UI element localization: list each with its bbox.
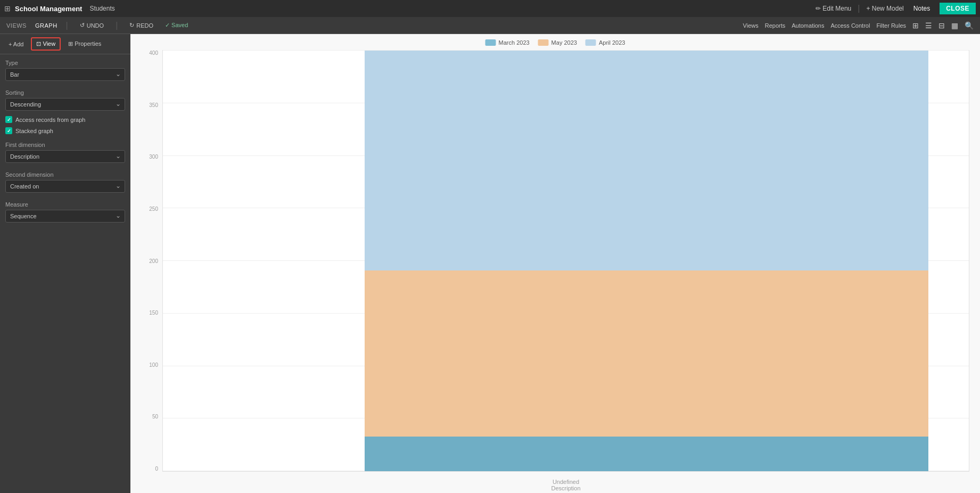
measure-section: Measure Sequence bbox=[0, 196, 130, 226]
first-dimension-select-wrap: Description bbox=[5, 150, 125, 163]
students-nav[interactable]: Students bbox=[86, 5, 118, 12]
stacked-graph-row[interactable]: Stacked graph bbox=[0, 125, 130, 136]
type-select-wrap: Bar bbox=[5, 68, 125, 81]
chart-legend: March 2023 May 2023 April 2023 bbox=[485, 39, 625, 46]
bar-segment-march bbox=[365, 437, 929, 471]
saved-indicator: ✓ Saved bbox=[165, 22, 188, 29]
x-label-description: Description bbox=[163, 485, 969, 491]
sidebar-toolbar: + Add ⊡ View ⊞ Properties bbox=[0, 34, 130, 54]
y-label-300: 300 bbox=[149, 154, 158, 160]
y-label-150: 150 bbox=[149, 310, 158, 316]
type-section: Type Bar bbox=[0, 54, 130, 84]
list-view-icon[interactable]: ☰ bbox=[925, 21, 932, 30]
access-records-label: Access records from graph bbox=[15, 117, 85, 123]
filter-rules-btn[interactable]: Filter Rules bbox=[876, 22, 906, 29]
automations-btn[interactable]: Automations bbox=[792, 22, 824, 29]
measure-label: Measure bbox=[5, 201, 125, 208]
legend-swatch-may bbox=[538, 39, 549, 46]
y-label-400: 400 bbox=[149, 50, 158, 56]
access-control-btn[interactable]: Access Control bbox=[830, 22, 870, 29]
stacked-graph-checkbox[interactable] bbox=[5, 127, 12, 134]
reports-btn[interactable]: Reports bbox=[765, 22, 786, 29]
edit-menu-btn[interactable]: ✏ Edit Menu bbox=[816, 5, 851, 12]
chart-canvas: Undefined Description bbox=[162, 50, 969, 472]
sorting-select[interactable]: Descending bbox=[5, 98, 125, 111]
app-icon: ⊞ bbox=[4, 4, 11, 13]
app-title: School Management bbox=[15, 5, 82, 13]
main-layout: + Add ⊡ View ⊞ Properties Type Bar Sorti… bbox=[0, 34, 980, 493]
properties-btn[interactable]: ⊞ Properties bbox=[64, 38, 105, 50]
measure-select-wrap: Sequence bbox=[5, 210, 125, 223]
undo-icon: ↺ bbox=[80, 22, 85, 29]
second-dimension-section: Second dimension Created on bbox=[0, 166, 130, 196]
y-label-100: 100 bbox=[149, 362, 158, 368]
first-dimension-section: First dimension Description bbox=[0, 136, 130, 166]
stacked-bar[interactable] bbox=[365, 51, 929, 471]
y-axis: 400 350 300 250 200 150 100 50 0 bbox=[130, 50, 162, 472]
chart-area: March 2023 May 2023 April 2023 400 350 3… bbox=[130, 34, 980, 493]
y-label-50: 50 bbox=[152, 414, 158, 420]
second-dimension-select-wrap: Created on bbox=[5, 180, 125, 193]
columns-view-icon[interactable]: ⊟ bbox=[938, 21, 945, 30]
second-dimension-select[interactable]: Created on bbox=[5, 180, 125, 193]
legend-item-march: March 2023 bbox=[485, 39, 530, 46]
y-label-200: 200 bbox=[149, 258, 158, 264]
undo-btn[interactable]: ↺ UNDO bbox=[77, 21, 107, 30]
views-section[interactable]: VIEWS bbox=[6, 22, 27, 29]
legend-item-april: April 2023 bbox=[586, 39, 625, 46]
access-records-checkbox[interactable] bbox=[5, 116, 12, 123]
legend-label-april: April 2023 bbox=[599, 39, 625, 46]
sorting-select-wrap: Descending bbox=[5, 98, 125, 111]
bar-segment-april bbox=[365, 51, 929, 270]
x-label-undefined: Undefined bbox=[163, 479, 969, 485]
new-model-btn[interactable]: + New Model bbox=[866, 5, 903, 12]
chart-view-icon[interactable]: ▦ bbox=[951, 21, 958, 30]
view-btn[interactable]: ⊡ View bbox=[31, 37, 61, 51]
legend-label-may: May 2023 bbox=[551, 39, 577, 46]
first-dimension-label: First dimension bbox=[5, 142, 125, 148]
first-dimension-select[interactable]: Description bbox=[5, 150, 125, 163]
notes-btn[interactable]: Notes bbox=[908, 3, 935, 14]
legend-swatch-march bbox=[485, 39, 496, 46]
second-dimension-label: Second dimension bbox=[5, 171, 125, 178]
sorting-section: Sorting Descending bbox=[0, 84, 130, 114]
type-select[interactable]: Bar bbox=[5, 68, 125, 81]
legend-swatch-april bbox=[586, 39, 596, 46]
stacked-graph-label: Stacked graph bbox=[15, 128, 53, 134]
grid-view-icon[interactable]: ⊞ bbox=[912, 21, 919, 30]
redo-icon: ↻ bbox=[129, 22, 134, 29]
sorting-label: Sorting bbox=[5, 89, 125, 96]
measure-select[interactable]: Sequence bbox=[5, 210, 125, 223]
bar-segment-may bbox=[365, 270, 929, 437]
views-btn[interactable]: Views bbox=[743, 22, 759, 29]
graph-section[interactable]: GRAPH bbox=[35, 22, 57, 29]
type-label: Type bbox=[5, 60, 125, 66]
add-btn[interactable]: + Add bbox=[4, 39, 28, 50]
close-btn[interactable]: CLOSE bbox=[940, 3, 976, 14]
x-labels: Undefined Description bbox=[163, 479, 969, 491]
access-records-row[interactable]: Access records from graph bbox=[0, 114, 130, 125]
y-label-350: 350 bbox=[149, 102, 158, 108]
legend-item-may: May 2023 bbox=[538, 39, 577, 46]
redo-btn[interactable]: ↻ REDO bbox=[126, 21, 157, 30]
second-nav: VIEWS GRAPH | ↺ UNDO | ↻ REDO ✓ Saved Vi… bbox=[0, 17, 980, 34]
right-tools: Views Reports Automations Access Control… bbox=[743, 21, 974, 30]
search-icon[interactable]: 🔍 bbox=[965, 21, 974, 30]
y-label-0: 0 bbox=[155, 466, 158, 472]
sidebar: + Add ⊡ View ⊞ Properties Type Bar Sorti… bbox=[0, 34, 130, 493]
legend-label-march: March 2023 bbox=[499, 39, 530, 46]
top-nav: ⊞ School Management Students ✏ Edit Menu… bbox=[0, 0, 980, 17]
y-label-250: 250 bbox=[149, 206, 158, 212]
